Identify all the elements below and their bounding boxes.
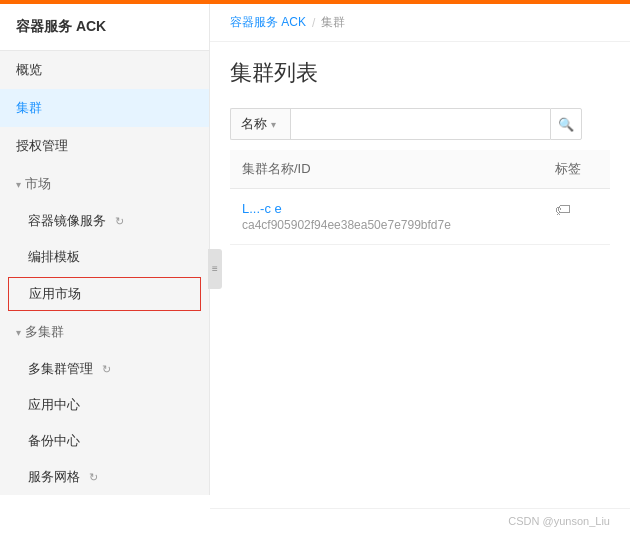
sidebar-item-label: 多集群管理 xyxy=(28,360,93,378)
search-icon: 🔍 xyxy=(558,117,574,132)
chevron-down-icon: ▾ xyxy=(271,119,276,130)
sidebar-item-label: 应用中心 xyxy=(28,396,80,414)
breadcrumb-separator: / xyxy=(312,16,315,30)
page-title: 集群列表 xyxy=(230,58,610,88)
refresh-icon: ↻ xyxy=(102,363,111,376)
sidebar: 容器服务 ACK 概览 集群 授权管理 ▾ 市场 容器镜像服务 ↻ 编排模板 xyxy=(0,4,210,495)
cluster-id: ca4cf905902f94ee38ea50e7e799bfd7e xyxy=(242,218,531,232)
search-button[interactable]: 🔍 xyxy=(550,108,582,140)
sidebar-item-label: 应用市场 xyxy=(29,285,81,303)
chevron-down-icon: ▾ xyxy=(16,179,21,190)
cluster-name-cell: L...-c e ca4cf905902f94ee38ea50e7e799bfd… xyxy=(230,189,543,245)
sidebar-group-market[interactable]: ▾ 市场 xyxy=(0,165,209,203)
breadcrumb: 容器服务 ACK / 集群 xyxy=(210,4,630,42)
watermark: CSDN @yunson_Liu xyxy=(210,508,630,533)
table-row: L...-c e ca4cf905902f94ee38ea50e7e799bfd… xyxy=(230,189,610,245)
cluster-tag-cell: 🏷 xyxy=(543,189,610,245)
sidebar-item-label: 集群 xyxy=(16,99,42,117)
sidebar-item-overview[interactable]: 概览 xyxy=(0,51,209,89)
sidebar-item-label: 服务网格 xyxy=(28,468,80,486)
tag-icon[interactable]: 🏷 xyxy=(555,201,571,218)
search-bar: 名称 ▾ 🔍 xyxy=(210,98,630,150)
search-filter-select[interactable]: 名称 ▾ xyxy=(230,108,290,140)
cluster-name-link[interactable]: L...-c e xyxy=(242,201,531,216)
sidebar-item-service-mesh[interactable]: 服务网格 ↻ xyxy=(0,459,209,495)
col-header-tag: 标签 xyxy=(543,150,610,189)
sidebar-item-helm[interactable]: 编排模板 xyxy=(0,239,209,275)
sidebar-item-label: 备份中心 xyxy=(28,432,80,450)
breadcrumb-link-ack[interactable]: 容器服务 ACK xyxy=(230,14,306,31)
sidebar-item-app-center[interactable]: 应用中心 xyxy=(0,387,209,423)
sidebar-item-appmarket[interactable]: 应用市场 xyxy=(8,277,201,311)
refresh-icon: ↻ xyxy=(115,215,124,228)
sidebar-item-backup-center[interactable]: 备份中心 xyxy=(0,423,209,459)
sidebar-group-label-text: 市场 xyxy=(25,175,51,193)
search-filter-label: 名称 xyxy=(241,115,267,133)
sidebar-group-label-text: 多集群 xyxy=(25,323,64,341)
refresh-icon: ↻ xyxy=(89,471,98,484)
sidebar-item-cluster[interactable]: 集群 xyxy=(0,89,209,127)
watermark-text: CSDN @yunson_Liu xyxy=(508,515,610,527)
sidebar-title: 容器服务 ACK xyxy=(0,4,209,51)
sidebar-collapse-handle[interactable]: ≡ xyxy=(208,249,222,289)
sidebar-item-container-image[interactable]: 容器镜像服务 ↻ xyxy=(0,203,209,239)
sidebar-item-label: 授权管理 xyxy=(16,137,68,155)
sidebar-item-label: 编排模板 xyxy=(28,248,80,266)
main-content: 容器服务 ACK / 集群 集群列表 名称 ▾ 🔍 集群名称/ID 标签 xyxy=(210,4,630,533)
breadcrumb-current: 集群 xyxy=(321,14,345,31)
chevron-down-icon: ▾ xyxy=(16,327,21,338)
sidebar-item-label: 概览 xyxy=(16,61,42,79)
sidebar-item-auth[interactable]: 授权管理 xyxy=(0,127,209,165)
sidebar-item-multicluster-mgmt[interactable]: 多集群管理 ↻ xyxy=(0,351,209,387)
search-input[interactable] xyxy=(290,108,550,140)
sidebar-item-label: 容器镜像服务 xyxy=(28,212,106,230)
col-header-name: 集群名称/ID xyxy=(230,150,543,189)
table-container: 集群名称/ID 标签 L...-c e ca4cf905902f94ee38ea… xyxy=(210,150,630,508)
page-header: 集群列表 xyxy=(210,42,630,98)
sidebar-group-multicluster[interactable]: ▾ 多集群 xyxy=(0,313,209,351)
collapse-icon: ≡ xyxy=(212,263,218,274)
cluster-table: 集群名称/ID 标签 L...-c e ca4cf905902f94ee38ea… xyxy=(230,150,610,245)
